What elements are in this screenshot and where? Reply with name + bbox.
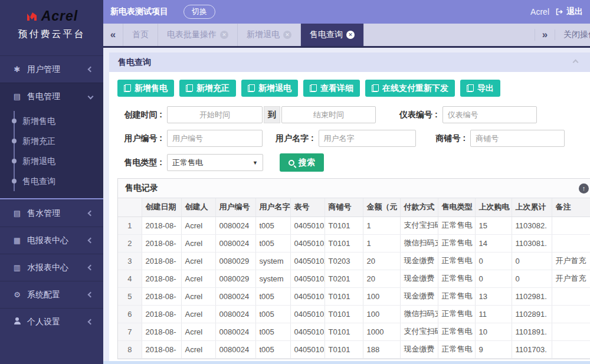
tab-新增退电[interactable]: 新增退电✕	[238, 24, 301, 46]
table-cell: 04050102	[290, 252, 324, 270]
sidebar-item-user-management[interactable]: ✱用户管理	[0, 56, 103, 83]
sidebar-item-electric-report-center[interactable]: ▦电报表中心	[0, 227, 103, 254]
row-index-cell: 6	[118, 305, 142, 323]
table-row[interactable]: 12018-08-Acrel0080024t00504050101T01011支…	[118, 217, 590, 234]
toolbar-button-新增充正[interactable]: 新增充正	[179, 80, 236, 97]
table-cell: 04050101	[290, 323, 324, 340]
table-cell	[552, 234, 590, 252]
toolbar-button-新增售电[interactable]: 新增售电	[117, 80, 174, 97]
user-name-input[interactable]	[319, 130, 416, 147]
switch-project-button[interactable]: 切换	[183, 5, 215, 19]
table-cell: 04050101	[290, 234, 324, 252]
table-cell: t005	[255, 305, 290, 323]
table-cell: 0	[512, 252, 552, 270]
chevron-left-icon	[88, 265, 94, 271]
sidebar-item-personal-settings[interactable]: 个人设置	[0, 309, 103, 335]
shop-no-input[interactable]	[470, 130, 565, 147]
tab-bar: « 首页电表批量操作✕新增退电✕售电查询✕ » 关闭操作	[103, 24, 590, 46]
sidebar-item-sale-management[interactable]: ▤售电管理	[0, 83, 103, 110]
toolbar-button-label: 导出	[477, 83, 494, 94]
column-header: 付款方式	[400, 198, 438, 217]
toolbar-button-新增退电[interactable]: 新增退电	[241, 80, 298, 97]
table-row[interactable]: 72018-08-Acrel0080024t00504050101T010110…	[118, 323, 590, 340]
sidebar-subitem[interactable]: 新增退电	[15, 151, 103, 171]
table-cell: 正常售电	[438, 287, 475, 305]
filter-row-2: 用户编号 : 用户名字 : 商铺号 :	[117, 130, 582, 147]
table-row[interactable]: 32018-08-Acrel0080029system04050102T0203…	[118, 252, 590, 270]
sidebar-item-system-config[interactable]: ⚙系统配置	[0, 281, 103, 308]
document-icon	[248, 84, 255, 92]
table-cell: 正常售电	[438, 323, 475, 340]
horizontal-scrollbar[interactable]	[103, 361, 590, 364]
tab-售电查询[interactable]: 售电查询✕	[301, 24, 364, 46]
logout-button[interactable]: 退出	[555, 6, 583, 17]
table-cell: 04050101	[290, 305, 324, 323]
list-icon: ▥	[12, 263, 22, 272]
chevron-up-icon	[572, 60, 578, 65]
tab-电表批量操作[interactable]: 电表批量操作✕	[158, 24, 238, 46]
table-cell: 2018-08-	[142, 217, 181, 234]
sidebar-subitem[interactable]: 新增充正	[15, 131, 103, 151]
sidebar-item-label: 售水管理	[27, 208, 88, 219]
toolbar-button-查看详细[interactable]: 查看详细	[303, 80, 360, 97]
tab-首页[interactable]: 首页	[123, 24, 158, 46]
sidebar-item-water-sale-management[interactable]: ▤售水管理	[0, 200, 103, 227]
tab-bar-spacer	[364, 24, 535, 46]
close-operations-button[interactable]: 关闭操作	[555, 29, 590, 40]
panel-collapse-button[interactable]	[569, 60, 581, 64]
table-row[interactable]: 42018-08-Acrel0080029system04050102T0201…	[118, 270, 590, 287]
start-time-input[interactable]	[167, 106, 263, 123]
table-cell: 0080024	[215, 340, 255, 358]
tab-close-icon[interactable]: ✕	[220, 31, 228, 39]
search-icon	[289, 160, 294, 166]
toolbar-button-在线支付重新下发[interactable]: 在线支付重新下发	[365, 80, 455, 97]
collapse-up-icon[interactable]: ↑	[579, 183, 589, 194]
sidebar-section-system-config: ⚙系统配置	[0, 281, 103, 308]
table-cell: 14	[475, 234, 512, 252]
user-no-input[interactable]	[167, 130, 263, 147]
toolbar-button-导出[interactable]: 导出	[460, 80, 500, 97]
table-row[interactable]: 52018-08-Acrel0080024t00504050101T010110…	[118, 287, 590, 305]
user-no-label: 用户编号 :	[117, 133, 162, 144]
tab-scroll-left-icon[interactable]: «	[103, 24, 123, 46]
records-title: 售电记录	[125, 183, 579, 194]
row-index-cell: 1	[118, 217, 142, 234]
sidebar-subitem[interactable]: 新增售电	[15, 111, 103, 131]
column-header: 备注	[552, 198, 590, 217]
sidebar-subitem[interactable]: 售电查询	[15, 171, 103, 191]
table-cell: Acrel	[181, 287, 215, 305]
row-index-cell: 4	[118, 270, 142, 287]
chevron-down-icon	[88, 94, 94, 100]
sidebar-item-water-report-center[interactable]: ▥水报表中心	[0, 254, 103, 281]
table-cell: 04050101	[290, 340, 324, 358]
table-cell: 微信扫码支	[400, 305, 438, 323]
table-cell: T0101	[324, 305, 363, 323]
column-header: 商铺号	[324, 198, 363, 217]
row-index-cell: 7	[118, 323, 142, 340]
tab-close-icon[interactable]: ✕	[346, 31, 355, 39]
sidebar-section-sale-management: ▤售电管理新增售电新增充正新增退电售电查询	[0, 83, 103, 199]
end-time-input[interactable]	[281, 106, 376, 123]
tab-close-icon[interactable]: ✕	[283, 31, 291, 39]
table-cell: t005	[255, 217, 290, 234]
meter-no-input[interactable]	[442, 106, 537, 123]
table-cell: 正常售电	[438, 234, 475, 252]
table-row[interactable]: 22018-08-Acrel0080024t00504050101T01011微…	[118, 234, 590, 252]
table-cell: 0080024	[215, 234, 255, 252]
tab-scroll-right-icon[interactable]: »	[535, 29, 555, 41]
table-row[interactable]: 62018-08-Acrel0080024t00504050101T010110…	[118, 305, 590, 323]
search-button[interactable]: 搜索	[280, 153, 324, 172]
sidebar-section-personal-settings: 个人设置	[0, 308, 103, 335]
row-index-cell: 5	[118, 287, 142, 305]
table-row[interactable]: 82018-08-Acrel0080024t00504050101T010118…	[118, 340, 590, 358]
records-header-row: 创建日期创建人用户编号用户名字表号商铺号金额（元付款方式售电类型上次购电上次累计…	[118, 198, 590, 217]
chevron-left-icon	[88, 238, 94, 244]
card-icon: ▤	[12, 92, 22, 101]
document-icon	[124, 84, 131, 92]
table-cell: 100	[363, 287, 400, 305]
sidebar-item-label: 水报表中心	[27, 263, 88, 273]
records-header: 售电记录 ↑	[118, 179, 590, 198]
column-header	[118, 198, 142, 217]
sale-type-select[interactable]: 正常售电 ▼	[167, 154, 263, 171]
sale-type-label: 售电类型 :	[117, 158, 162, 168]
